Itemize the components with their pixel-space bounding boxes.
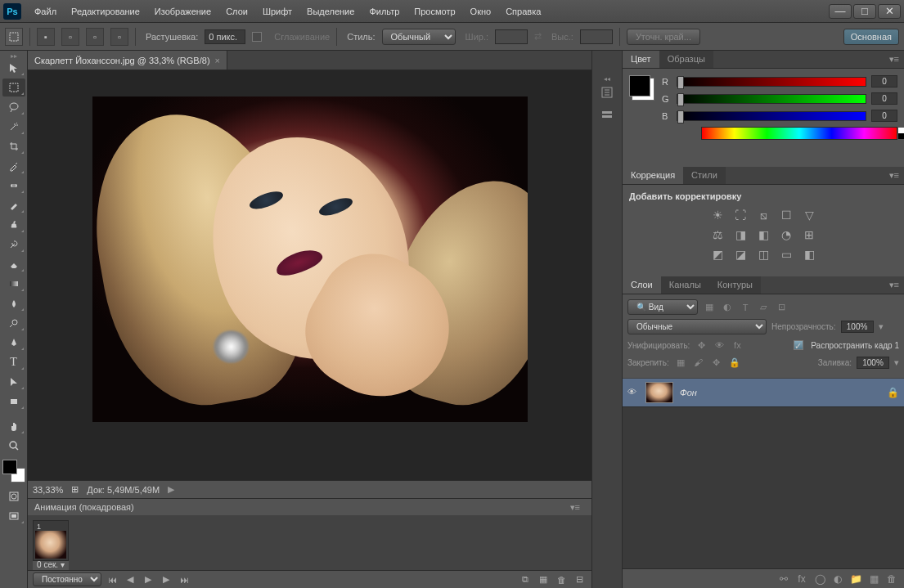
animation-frame[interactable]: 1: [33, 520, 69, 561]
lock-pixels-icon[interactable]: 🖌: [692, 356, 705, 369]
maximize-button[interactable]: □: [853, 4, 876, 19]
selective-color-icon[interactable]: ◧: [801, 247, 817, 262]
threshold-icon[interactable]: ◫: [755, 247, 771, 262]
bw-icon[interactable]: ◧: [755, 227, 771, 242]
new-group-icon[interactable]: 📁: [848, 572, 863, 586]
tab-styles[interactable]: Стили: [683, 167, 726, 184]
history-brush-tool[interactable]: [2, 236, 25, 254]
color-spectrum[interactable]: [701, 127, 897, 140]
blur-tool[interactable]: [2, 294, 25, 312]
posterize-icon[interactable]: ◪: [732, 247, 749, 262]
b-slider[interactable]: [677, 111, 866, 121]
r-input[interactable]: [871, 75, 897, 88]
r-slider[interactable]: [677, 77, 866, 87]
minimize-button[interactable]: —: [829, 4, 852, 19]
tab-swatches[interactable]: Образцы: [659, 51, 713, 68]
move-tool[interactable]: [2, 59, 25, 77]
close-button[interactable]: ✕: [878, 4, 901, 19]
lock-transparency-icon[interactable]: ▦: [674, 356, 687, 369]
brush-tool[interactable]: [2, 196, 25, 214]
layer-visibility-icon[interactable]: 👁: [627, 387, 639, 398]
zoom-tool[interactable]: [2, 437, 25, 455]
healing-brush-tool[interactable]: [2, 177, 25, 195]
delete-frame-icon[interactable]: 🗑: [554, 573, 569, 586]
style-select[interactable]: Обычный: [382, 29, 456, 45]
tab-color[interactable]: Цвет: [623, 51, 659, 68]
pen-tool[interactable]: [2, 334, 25, 352]
menu-help[interactable]: Справка: [499, 3, 547, 20]
blend-mode-select[interactable]: Обычные: [627, 319, 767, 334]
menu-layers[interactable]: Слои: [219, 3, 254, 20]
filter-pixel-icon[interactable]: ▦: [703, 301, 716, 314]
new-adjustment-icon[interactable]: ◐: [830, 572, 845, 586]
curves-icon[interactable]: ⧅: [755, 208, 771, 222]
color-panel-menu-icon[interactable]: ▾≡: [884, 51, 904, 68]
play-icon[interactable]: ▶: [141, 573, 155, 586]
layer-mask-icon[interactable]: ◯: [812, 572, 827, 586]
layers-panel-menu-icon[interactable]: ▾≡: [884, 276, 904, 294]
layer-name[interactable]: Фон: [680, 388, 880, 397]
b-input[interactable]: [871, 110, 897, 122]
feather-input[interactable]: [205, 29, 245, 44]
layer-list[interactable]: 👁 Фон 🔒: [623, 379, 904, 568]
filter-adjust-icon[interactable]: ◐: [721, 301, 734, 314]
first-frame-icon[interactable]: ⏮: [105, 573, 119, 586]
lock-position-icon[interactable]: ✥: [710, 356, 723, 369]
menu-type[interactable]: Шрифт: [256, 3, 299, 20]
layer-item[interactable]: 👁 Фон 🔒: [623, 379, 904, 407]
layer-fx-icon[interactable]: fx: [794, 572, 809, 586]
color-swatches[interactable]: [2, 460, 25, 483]
channel-mixer-icon[interactable]: ⊞: [801, 227, 817, 242]
antialias-checkbox[interactable]: [252, 32, 262, 42]
gradient-map-icon[interactable]: ▭: [778, 247, 794, 262]
screen-mode-tool[interactable]: [2, 507, 25, 525]
unify-position-icon[interactable]: ✥: [695, 339, 708, 352]
workspace-main-button[interactable]: Основная: [843, 29, 899, 45]
invert-icon[interactable]: ◩: [709, 247, 726, 262]
frame-duration[interactable]: 0 сек. ▾: [33, 559, 69, 570]
menu-image[interactable]: Изображение: [148, 3, 218, 20]
lasso-tool[interactable]: [2, 98, 25, 116]
filter-type-icon[interactable]: T: [739, 301, 752, 314]
next-frame-icon[interactable]: ▶: [159, 573, 173, 586]
g-slider[interactable]: [677, 94, 866, 104]
doc-info-arrow-icon[interactable]: ▶: [168, 484, 174, 495]
new-layer-icon[interactable]: ▦: [866, 572, 881, 586]
new-frame-icon[interactable]: ▦: [536, 573, 551, 586]
hand-tool[interactable]: [2, 417, 25, 435]
crop-tool[interactable]: [2, 137, 25, 155]
tab-layers[interactable]: Слои: [623, 276, 661, 294]
rectangle-tool[interactable]: [2, 393, 25, 411]
vibrance-icon[interactable]: ▽: [801, 208, 817, 222]
foreground-color[interactable]: [2, 460, 17, 474]
menu-window[interactable]: Окно: [464, 3, 498, 20]
filter-shape-icon[interactable]: ▱: [757, 301, 770, 314]
type-tool[interactable]: T: [2, 353, 25, 371]
eyedropper-tool[interactable]: [2, 157, 25, 175]
color-balance-icon[interactable]: ◨: [732, 227, 749, 242]
menu-view[interactable]: Просмотр: [407, 3, 461, 20]
selection-new-icon[interactable]: ▪: [37, 28, 55, 46]
g-input[interactable]: [871, 92, 897, 105]
loop-select[interactable]: Постоянно: [33, 572, 101, 586]
lock-all-icon[interactable]: 🔒: [728, 356, 741, 369]
levels-icon[interactable]: ⛶: [732, 208, 749, 222]
document-tab[interactable]: Скарлетт Йоханссон.jpg @ 33,3% (RGB/8) ×: [28, 51, 227, 70]
layer-thumbnail[interactable]: [645, 382, 673, 403]
photo-filter-icon[interactable]: ◔: [778, 227, 794, 242]
canvas-viewport[interactable]: [28, 70, 591, 480]
menu-file[interactable]: Файл: [28, 3, 63, 20]
color-panel-swatch[interactable]: [629, 75, 650, 97]
menu-select[interactable]: Выделение: [300, 3, 361, 20]
unify-visibility-icon[interactable]: 👁: [713, 339, 726, 352]
refine-edge-button[interactable]: Уточн. край...: [627, 29, 700, 45]
prev-frame-icon[interactable]: ◀: [123, 573, 137, 586]
dodge-tool[interactable]: [2, 314, 25, 332]
propagate-checkbox[interactable]: ✓: [794, 340, 803, 350]
tab-paths[interactable]: Контуры: [709, 276, 761, 294]
adjust-panel-menu-icon[interactable]: ▾≡: [884, 167, 904, 184]
selection-subtract-icon[interactable]: ▫: [86, 28, 104, 46]
gradient-tool[interactable]: [2, 275, 25, 293]
menu-edit[interactable]: Редактирование: [65, 3, 146, 20]
unify-style-icon[interactable]: fx: [731, 339, 744, 352]
